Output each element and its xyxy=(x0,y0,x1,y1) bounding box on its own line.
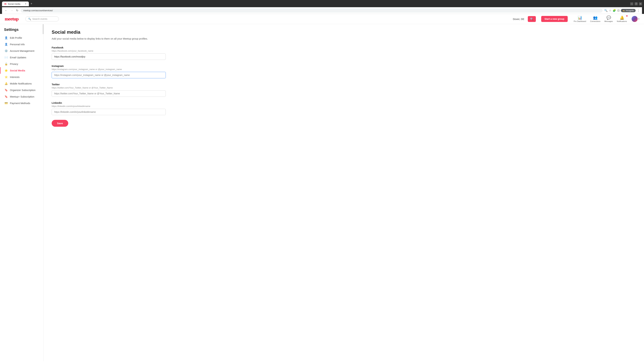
linkedin-field: Linkedin https://linkedin.com/in/yourlin… xyxy=(52,101,166,115)
facebook-field: Facebook https://facebook.com/your_faceb… xyxy=(52,46,166,60)
edit-profile-icon: 👤 xyxy=(4,36,8,39)
instagram-input[interactable] xyxy=(52,72,166,78)
sidebar-item-label: Edit Profile xyxy=(10,36,22,39)
sidebar-item-email-updates[interactable]: ✉️ Email Updates xyxy=(0,54,44,61)
refresh-button[interactable]: ↻ xyxy=(16,8,19,13)
location-display: Dover, DE xyxy=(513,17,524,20)
address-actions: 🔍 ☆ 🧩 ⊡ 🕵 Incognito ⋮ xyxy=(604,9,640,12)
logo[interactable]: meetup xyxy=(5,16,18,22)
sidebar-item-label: Account Management xyxy=(10,49,34,52)
messages-nav[interactable]: 💬 Messages xyxy=(604,15,613,22)
address-bar: ← → ↻ 🔍 ☆ 🧩 ⊡ 🕵 Incognito ⋮ xyxy=(2,7,642,14)
new-tab-button[interactable]: + xyxy=(29,1,34,6)
back-button[interactable]: ← xyxy=(4,8,8,13)
twitter-label: Twitter xyxy=(52,83,166,86)
instagram-hint: https://instagram.com/your_instagram_nam… xyxy=(52,68,166,70)
incognito-label: Incognito xyxy=(626,9,634,12)
sidebar-item-account-management[interactable]: ⚙️ Account Management xyxy=(0,48,44,54)
sidebar-item-label: Email Updates xyxy=(10,56,26,59)
facebook-input[interactable] xyxy=(52,53,166,60)
settings-title: Settings xyxy=(0,27,44,34)
meetup-plus-icon: 🔖 xyxy=(4,95,8,98)
search-submit-button[interactable]: 🔍 xyxy=(528,16,536,22)
linkedin-input[interactable] xyxy=(52,109,166,115)
sidebar-item-mobile-notifications[interactable]: 🔔 Mobile Notifications xyxy=(0,80,44,87)
active-tab[interactable]: m Social media ✕ xyxy=(2,1,29,6)
sidebar-item-payment-methods[interactable]: 💳 Payment Methods xyxy=(0,100,44,106)
connections-label: Connections xyxy=(590,20,600,22)
facebook-label: Facebook xyxy=(52,46,166,49)
messages-label: Messages xyxy=(604,20,613,22)
sidebar-item-label: Interests xyxy=(10,76,20,78)
sidebar-item-label: Privacy xyxy=(10,62,18,65)
privacy-icon: 🔒 xyxy=(4,62,8,65)
window-controls: ─ ❐ ✕ xyxy=(630,2,642,5)
avatar-chevron-icon: ▾ xyxy=(638,18,639,20)
connections-icon: 👥 xyxy=(593,15,598,20)
instagram-label: Instagram xyxy=(52,64,166,67)
url-input[interactable] xyxy=(21,8,602,12)
social-media-icon: ⭐ xyxy=(4,69,8,72)
sidebar-item-label: Organizer Subscription xyxy=(10,89,36,91)
twitter-input[interactable] xyxy=(52,90,166,97)
payment-methods-icon: 💳 xyxy=(4,102,8,105)
sidebar-item-label: Social Media xyxy=(10,69,25,72)
sidebar-item-label: Personal Info xyxy=(10,43,25,46)
notifications-icon: 🔔 xyxy=(620,15,624,20)
browser-menu-button[interactable]: ⋮ xyxy=(637,9,640,12)
connections-nav[interactable]: 👥 Connections xyxy=(590,15,600,22)
sidebar-item-personal-info[interactable]: 👤 Personal Info xyxy=(0,41,44,48)
content-area: Settings 👤 Edit Profile 👤 Personal Info … xyxy=(0,24,644,361)
search-icon: 🔍 xyxy=(28,17,31,20)
pro-dashboard-label: Pro Dashboard xyxy=(574,20,586,22)
page-description: Add your social media below to display l… xyxy=(52,37,166,41)
tab-bar: m Social media ✕ + xyxy=(2,1,34,6)
sidebar-item-social-media[interactable]: ⭐ Social Media xyxy=(0,67,44,74)
sidebar-item-label: Mobile Notifications xyxy=(10,82,32,85)
sidebar-item-interests[interactable]: ⭐ Interests xyxy=(0,74,44,80)
sidebar-item-privacy[interactable]: 🔒 Privacy xyxy=(0,61,44,67)
interests-icon: ⭐ xyxy=(4,75,8,79)
settings-sidebar: Settings 👤 Edit Profile 👤 Personal Info … xyxy=(0,24,44,361)
save-button[interactable]: Save xyxy=(52,120,68,127)
linkedin-hint: https://linkedin.com/in/yourlinkedinname xyxy=(52,105,166,107)
sidebar-item-meetup-plus[interactable]: 🔖 Meetup+ Subscription xyxy=(0,93,44,100)
scroll-indicator xyxy=(43,24,44,34)
organizer-subscription-icon: 🔖 xyxy=(4,88,8,92)
sidebar-item-organizer-subscription[interactable]: 🔖 Organizer Subscription xyxy=(0,87,44,93)
notifications-label: Notifications xyxy=(617,20,627,22)
email-updates-icon: ✉️ xyxy=(4,56,8,59)
personal-info-icon: 👤 xyxy=(4,43,8,46)
bookmark-icon[interactable]: ☆ xyxy=(609,9,611,12)
search-placeholder: Search events xyxy=(32,17,48,20)
minimize-button[interactable]: ─ xyxy=(630,2,633,5)
search-icon[interactable]: 🔍 xyxy=(604,9,608,12)
mobile-notifications-icon: 🔔 xyxy=(4,82,8,85)
sidebar-item-edit-profile[interactable]: 👤 Edit Profile xyxy=(0,34,44,41)
twitter-field: Twitter https://twitter.com/Your_Twitter… xyxy=(52,83,166,97)
user-avatar[interactable] xyxy=(632,16,638,22)
notifications-nav[interactable]: 🔔 Notifications xyxy=(617,15,627,22)
user-avatar-container[interactable]: ▾ xyxy=(630,16,639,22)
restore-button[interactable]: ❐ xyxy=(634,2,638,5)
extensions-icon[interactable]: 🧩 xyxy=(613,9,616,12)
start-group-button[interactable]: Start a new group xyxy=(541,16,568,22)
instagram-field: Instagram https://instagram.com/your_ins… xyxy=(52,64,166,78)
forward-button[interactable]: → xyxy=(10,8,14,13)
close-button[interactable]: ✕ xyxy=(639,2,642,5)
pro-dashboard-icon: 📊 xyxy=(578,15,582,20)
app: meetup 🔍 Search events Dover, DE 🔍 Start… xyxy=(0,14,644,361)
twitter-hint: https://twitter.com/Your_Twitter_Name or… xyxy=(52,86,166,89)
profile-icon[interactable]: ⊡ xyxy=(617,9,620,12)
incognito-badge: 🕵 Incognito xyxy=(621,9,636,12)
sidebar-item-label: Meetup+ Subscription xyxy=(10,95,34,98)
top-nav: meetup 🔍 Search events Dover, DE 🔍 Start… xyxy=(0,14,644,24)
search-bar[interactable]: 🔍 Search events xyxy=(25,16,59,21)
tab-close-button[interactable]: ✕ xyxy=(25,3,26,5)
main-content: Social media Add your social media below… xyxy=(44,24,644,361)
pro-dashboard-nav[interactable]: 📊 Pro Dashboard xyxy=(574,15,586,22)
page-title: Social media xyxy=(52,29,636,35)
linkedin-label: Linkedin xyxy=(52,101,166,104)
tab-favicon: m xyxy=(4,2,6,5)
nav-icons: 📊 Pro Dashboard 👥 Connections 💬 Messages… xyxy=(574,15,627,22)
